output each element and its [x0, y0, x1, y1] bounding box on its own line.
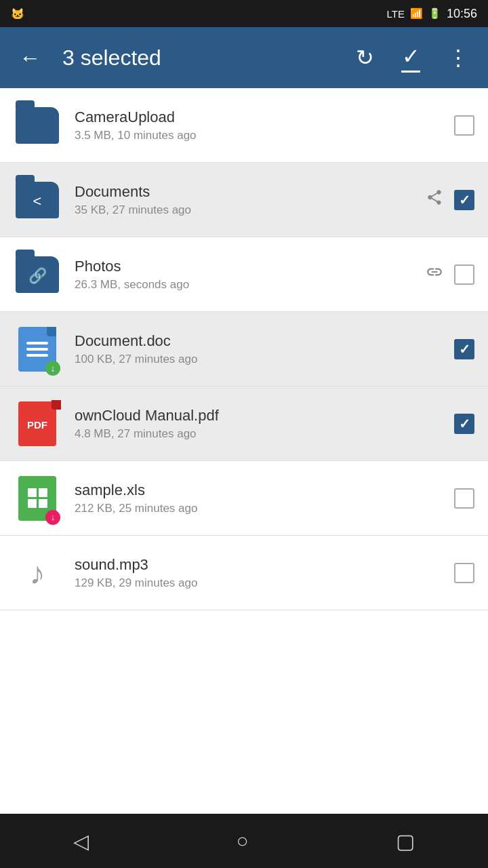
list-item[interactable]: PDF ownCloud Manual.pdf 4.8 MB, 27 minut… [0, 387, 488, 461]
file-icon-wrap: ↓ [14, 475, 61, 522]
music-note-icon: ♪ [30, 555, 45, 591]
doc-lines [21, 334, 54, 365]
file-meta: 4.8 MB, 27 minutes ago [75, 427, 441, 441]
list-item[interactable]: ♪ sound.mp3 129 KB, 29 minutes ago [0, 536, 488, 610]
file-icon-wrap: ♪ [14, 549, 61, 597]
share-action-icon [426, 189, 443, 211]
file-info: Photos 26.3 MB, seconds ago [75, 258, 412, 292]
share-folder-glyph: < [33, 193, 42, 210]
file-icon-wrap: < [14, 176, 61, 224]
file-icon-wrap [14, 102, 61, 149]
file-icon-wrap: 🔗 [14, 251, 61, 298]
file-info: sound.mp3 129 KB, 29 minutes ago [75, 556, 441, 590]
list-item[interactable]: ↓ Document.doc 100 KB, 27 minutes ago [0, 312, 488, 387]
file-right [454, 115, 474, 136]
doc-line [26, 342, 48, 344]
list-item[interactable]: CameraUpload 3.5 MB, 10 minutes ago [0, 88, 488, 163]
doc-file-icon: ↓ [18, 327, 56, 372]
file-name: sample.xls [75, 481, 441, 499]
file-right [426, 263, 474, 285]
folder-icon [16, 107, 59, 144]
list-item[interactable]: 🔗 Photos 26.3 MB, seconds ago [0, 237, 488, 312]
battery-icon: 🔋 [428, 7, 441, 20]
checkbox[interactable] [454, 339, 474, 359]
download-badge: ↓ [45, 361, 60, 376]
file-right [454, 488, 474, 509]
file-info: Document.doc 100 KB, 27 minutes ago [75, 332, 441, 366]
file-meta: 129 KB, 29 minutes ago [75, 576, 441, 590]
file-info: Documents 35 KB, 27 minutes ago [75, 183, 412, 217]
file-name: Photos [75, 258, 412, 275]
doc-line [26, 348, 48, 351]
file-right [454, 339, 474, 359]
status-cat-icon: 🐱 [11, 7, 24, 20]
file-name: CameraUpload [75, 108, 441, 126]
file-icon-wrap: PDF [14, 400, 61, 448]
link-folder-glyph: 🔗 [28, 267, 47, 285]
checkbox[interactable] [454, 264, 474, 285]
file-info: sample.xls 212 KB, 25 minutes ago [75, 481, 441, 515]
checkbox[interactable] [454, 115, 474, 136]
signal-icon: 📶 [410, 7, 423, 20]
file-name: ownCloud Manual.pdf [75, 407, 441, 425]
status-time: 10:56 [447, 7, 477, 21]
doc-line [26, 354, 48, 357]
app-bar: ← 3 selected ↻ ✓ ⋮ [0, 27, 488, 88]
recents-nav-button[interactable]: ▢ [396, 829, 415, 853]
lte-icon: LTE [387, 8, 405, 20]
file-right [454, 414, 474, 434]
file-meta: 100 KB, 27 minutes ago [75, 353, 441, 366]
file-info: CameraUpload 3.5 MB, 10 minutes ago [75, 108, 441, 142]
status-bar: 🐱 LTE 📶 🔋 10:56 [0, 0, 488, 27]
file-info: ownCloud Manual.pdf 4.8 MB, 27 minutes a… [75, 407, 441, 441]
checkbox[interactable] [454, 563, 474, 583]
file-list: CameraUpload 3.5 MB, 10 minutes ago < Do… [0, 88, 488, 814]
check-icon: ✓ [402, 43, 420, 69]
grid-cell [28, 488, 37, 497]
file-meta: 35 KB, 27 minutes ago [75, 203, 412, 217]
select-all-button[interactable]: ✓ [396, 38, 426, 78]
pdf-file-icon: PDF [18, 401, 56, 446]
list-item[interactable]: ↓ sample.xls 212 KB, 25 minutes ago [0, 461, 488, 536]
refresh-button[interactable]: ↻ [350, 39, 380, 76]
bottom-nav: ◁ ○ ▢ [0, 814, 488, 868]
checkbox[interactable] [454, 488, 474, 509]
grid-cell [39, 499, 47, 508]
file-right [454, 563, 474, 583]
file-right [426, 189, 474, 211]
file-icon-wrap: ↓ [14, 326, 61, 373]
xls-file-icon: ↓ [18, 476, 56, 521]
file-name: Documents [75, 183, 412, 201]
file-name: sound.mp3 [75, 556, 441, 574]
grid-icon [21, 481, 54, 515]
file-meta: 26.3 MB, seconds ago [75, 278, 412, 292]
mp3-file-icon: ♪ [18, 551, 56, 595]
home-nav-button[interactable]: ○ [236, 829, 248, 852]
more-options-button[interactable]: ⋮ [442, 39, 474, 76]
folder-link-icon: 🔗 [16, 256, 59, 293]
checkbox[interactable] [454, 190, 474, 210]
grid-cell [39, 488, 47, 497]
file-name: Document.doc [75, 332, 441, 350]
link-action-icon [426, 263, 443, 285]
sync-badge: ↓ [45, 510, 60, 525]
folder-share-icon: < [16, 182, 59, 218]
file-meta: 212 KB, 25 minutes ago [75, 502, 441, 515]
back-button[interactable]: ← [14, 40, 46, 76]
back-nav-button[interactable]: ◁ [73, 829, 89, 853]
list-item[interactable]: < Documents 35 KB, 27 minutes ago [0, 163, 488, 237]
pdf-label: PDF [27, 419, 47, 431]
grid-cell [28, 499, 37, 508]
checkbox[interactable] [454, 414, 474, 434]
app-bar-title: 3 selected [62, 45, 334, 71]
underline-decoration [401, 71, 420, 73]
file-meta: 3.5 MB, 10 minutes ago [75, 129, 441, 142]
